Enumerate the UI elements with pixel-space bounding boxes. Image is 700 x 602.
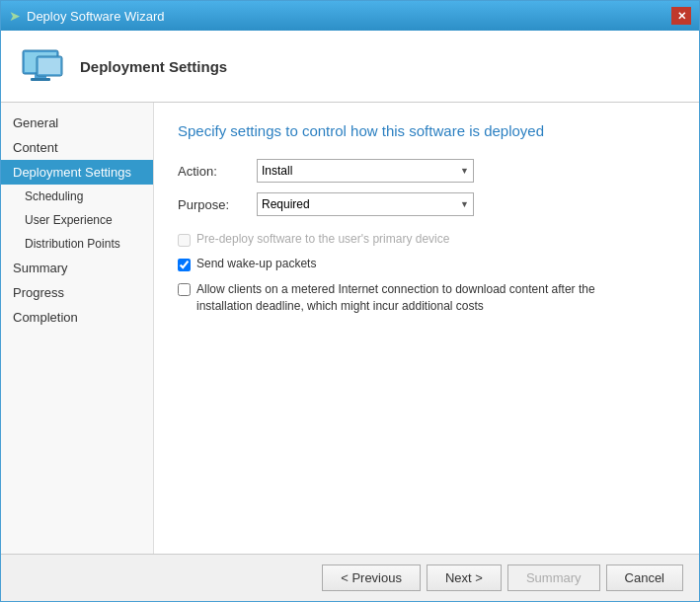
sidebar-item-progress[interactable]: Progress [1,280,153,305]
footer: < Previous Next > Summary Cancel [1,554,699,601]
title-bar: ➤ Deploy Software Wizard ✕ [1,1,699,31]
action-row: Action: Install Uninstall [178,159,675,183]
action-select[interactable]: Install Uninstall [257,159,474,183]
svg-rect-3 [31,78,50,81]
sidebar-item-completion[interactable]: Completion [1,305,153,330]
header-icon [17,42,64,90]
sidebar-item-summary[interactable]: Summary [1,256,153,280]
header-section: Deployment Settings [1,31,699,103]
metered-row: Allow clients on a metered Internet conn… [178,281,675,315]
window-title: Deploy Software Wizard [27,9,164,24]
summary-button[interactable]: Summary [507,564,600,591]
content-title: Specify settings to control how this sof… [178,122,675,139]
sidebar-item-general[interactable]: General [1,111,153,135]
sidebar-item-content[interactable]: Content [1,135,153,160]
send-wakeup-row: Send wake-up packets [178,257,675,271]
pre-deploy-label: Pre-deploy software to the user's primar… [196,232,449,246]
send-wakeup-checkbox[interactable] [178,259,191,271]
action-label: Action: [178,164,257,179]
main-content: General Content Deployment Settings Sche… [1,103,699,554]
send-wakeup-label: Send wake-up packets [196,257,316,270]
purpose-row: Purpose: Required Available [178,192,675,216]
header-title: Deployment Settings [80,58,227,75]
title-bar-left: ➤ Deploy Software Wizard [9,8,164,24]
metered-checkbox[interactable] [178,283,191,296]
metered-label: Allow clients on a metered Internet conn… [196,281,595,315]
close-button[interactable]: ✕ [671,7,691,25]
sidebar-item-distribution-points[interactable]: Distribution Points [1,232,153,256]
purpose-label: Purpose: [178,197,257,212]
previous-button[interactable]: < Previous [322,564,421,591]
sidebar-item-deployment-settings[interactable]: Deployment Settings [1,160,153,185]
wizard-icon: ➤ [9,8,21,24]
pre-deploy-checkbox[interactable] [178,234,191,247]
sidebar-item-scheduling[interactable]: Scheduling [1,185,153,208]
next-button[interactable]: Next > [427,564,502,591]
sidebar: General Content Deployment Settings Sche… [1,103,154,554]
main-window: ➤ Deploy Software Wizard ✕ Deployment Se… [0,0,700,602]
content-area: Specify settings to control how this sof… [154,103,699,554]
purpose-select[interactable]: Required Available [257,192,474,216]
svg-rect-5 [39,58,60,74]
sidebar-item-user-experience[interactable]: User Experience [1,208,153,232]
pre-deploy-row: Pre-deploy software to the user's primar… [178,232,675,247]
action-select-wrapper: Install Uninstall [257,159,474,183]
cancel-button[interactable]: Cancel [606,564,683,591]
purpose-select-wrapper: Required Available [257,192,474,216]
